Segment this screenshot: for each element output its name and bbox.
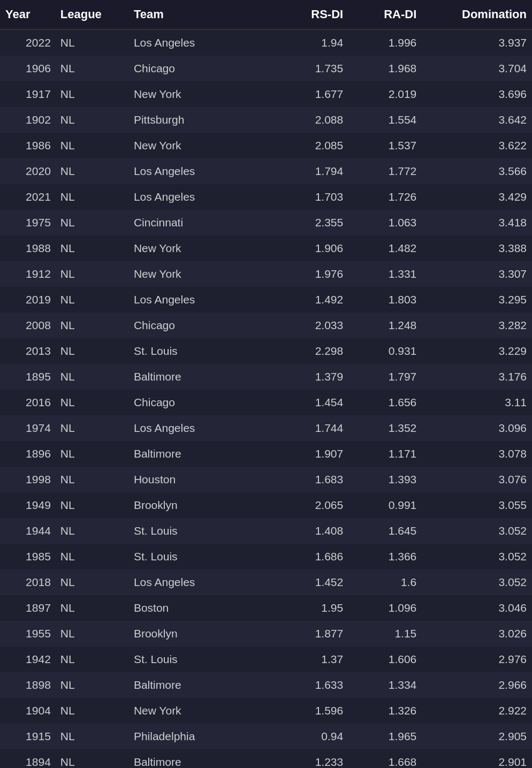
table-row: 1904NLNew York1.5961.3262.922 [0, 698, 532, 724]
cell-rsdi: 1.877 [275, 621, 348, 647]
table-row: 1894NLBaltimore1.2331.6682.901 [0, 749, 532, 768]
cell-year: 1906 [0, 56, 55, 81]
table-row: 2018NLLos Angeles1.4521.63.052 [0, 569, 532, 595]
cell-radi: 1.063 [348, 210, 422, 235]
table-body: 2022NLLos Angeles1.941.9963.9371906NLChi… [0, 29, 532, 768]
cell-team: Cincinnati [128, 210, 275, 235]
table-row: 1895NLBaltimore1.3791.7973.176 [0, 364, 532, 390]
cell-domination: 3.096 [422, 415, 532, 441]
cell-team: Baltimore [128, 441, 275, 467]
cell-year: 2021 [0, 184, 55, 210]
cell-rsdi: 0.94 [275, 724, 348, 749]
cell-radi: 1.334 [348, 672, 422, 698]
table-row: 1975NLCincinnati2.3551.0633.418 [0, 210, 532, 235]
cell-radi: 1.537 [348, 133, 422, 158]
header-league: League [55, 0, 128, 29]
cell-team: Los Angeles [128, 287, 275, 313]
cell-rsdi: 2.085 [275, 133, 348, 158]
header-domination: Domination [422, 0, 532, 29]
cell-league: NL [55, 441, 128, 467]
cell-domination: 3.388 [422, 235, 532, 261]
cell-radi: 1.803 [348, 287, 422, 313]
cell-league: NL [55, 672, 128, 698]
cell-domination: 3.696 [422, 81, 532, 107]
cell-league: NL [55, 287, 128, 313]
cell-radi: 1.797 [348, 364, 422, 390]
cell-league: NL [55, 698, 128, 724]
cell-year: 1915 [0, 724, 55, 749]
cell-year: 1917 [0, 81, 55, 107]
cell-rsdi: 1.744 [275, 415, 348, 441]
cell-radi: 1.482 [348, 235, 422, 261]
cell-team: Los Angeles [128, 184, 275, 210]
cell-rsdi: 2.033 [275, 313, 348, 338]
cell-domination: 3.282 [422, 313, 532, 338]
cell-team: Baltimore [128, 364, 275, 390]
cell-domination: 2.976 [422, 647, 532, 672]
cell-domination: 2.901 [422, 749, 532, 768]
cell-team: Baltimore [128, 672, 275, 698]
cell-radi: 2.019 [348, 81, 422, 107]
cell-domination: 3.052 [422, 518, 532, 544]
cell-radi: 0.991 [348, 492, 422, 518]
cell-league: NL [55, 595, 128, 621]
cell-rsdi: 1.379 [275, 364, 348, 390]
cell-league: NL [55, 210, 128, 235]
cell-rsdi: 1.677 [275, 81, 348, 107]
cell-year: 2016 [0, 390, 55, 415]
cell-domination: 3.704 [422, 56, 532, 81]
cell-year: 2022 [0, 29, 55, 56]
table-row: 2016NLChicago1.4541.6563.11 [0, 390, 532, 415]
cell-domination: 3.566 [422, 158, 532, 184]
cell-league: NL [55, 158, 128, 184]
cell-domination: 3.052 [422, 569, 532, 595]
cell-radi: 1.772 [348, 158, 422, 184]
cell-league: NL [55, 338, 128, 364]
cell-year: 1897 [0, 595, 55, 621]
cell-year: 1944 [0, 518, 55, 544]
cell-league: NL [55, 569, 128, 595]
cell-year: 2008 [0, 313, 55, 338]
header-radi: RA-DI [348, 0, 422, 29]
cell-radi: 1.171 [348, 441, 422, 467]
cell-rsdi: 1.233 [275, 749, 348, 768]
cell-league: NL [55, 749, 128, 768]
cell-team: Baltimore [128, 749, 275, 768]
table-row: 2020NLLos Angeles1.7941.7723.566 [0, 158, 532, 184]
cell-radi: 1.352 [348, 415, 422, 441]
cell-rsdi: 2.355 [275, 210, 348, 235]
cell-domination: 3.307 [422, 261, 532, 287]
cell-team: Boston [128, 595, 275, 621]
cell-rsdi: 1.735 [275, 56, 348, 81]
cell-team: Los Angeles [128, 29, 275, 56]
cell-rsdi: 1.452 [275, 569, 348, 595]
header-year: Year [0, 0, 55, 29]
cell-radi: 1.326 [348, 698, 422, 724]
cell-domination: 3.055 [422, 492, 532, 518]
cell-league: NL [55, 107, 128, 133]
cell-year: 1912 [0, 261, 55, 287]
cell-team: Los Angeles [128, 569, 275, 595]
cell-year: 1942 [0, 647, 55, 672]
cell-league: NL [55, 364, 128, 390]
cell-domination: 3.418 [422, 210, 532, 235]
cell-team: Chicago [128, 56, 275, 81]
table-row: 1912NLNew York1.9761.3313.307 [0, 261, 532, 287]
cell-year: 1986 [0, 133, 55, 158]
cell-league: NL [55, 29, 128, 56]
cell-team: St. Louis [128, 518, 275, 544]
table-row: 1944NLSt. Louis1.4081.6453.052 [0, 518, 532, 544]
cell-year: 2018 [0, 569, 55, 595]
table-row: 1902NLPittsburgh2.0881.5543.642 [0, 107, 532, 133]
cell-radi: 1.645 [348, 518, 422, 544]
cell-rsdi: 2.088 [275, 107, 348, 133]
cell-year: 1895 [0, 364, 55, 390]
cell-domination: 3.295 [422, 287, 532, 313]
table-row: 2022NLLos Angeles1.941.9963.937 [0, 29, 532, 56]
table-row: 1898NLBaltimore1.6331.3342.966 [0, 672, 532, 698]
cell-year: 2013 [0, 338, 55, 364]
cell-league: NL [55, 467, 128, 492]
cell-league: NL [55, 56, 128, 81]
cell-team: Brooklyn [128, 621, 275, 647]
cell-year: 2020 [0, 158, 55, 184]
